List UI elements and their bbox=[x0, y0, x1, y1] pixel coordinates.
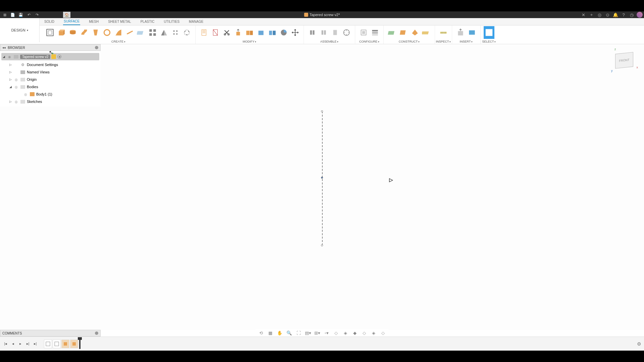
tab-solid[interactable]: SOLID bbox=[44, 18, 55, 25]
ruled-icon[interactable] bbox=[113, 26, 124, 39]
close-tab-icon[interactable]: ✕ bbox=[580, 12, 586, 18]
split-icon[interactable] bbox=[278, 26, 289, 39]
timeline-settings-icon[interactable]: ⚙ bbox=[637, 341, 641, 347]
rigid-group-icon[interactable] bbox=[341, 26, 352, 39]
grid-settings-icon[interactable]: ⊞▾ bbox=[314, 330, 320, 336]
new-tab-icon[interactable]: ＋ bbox=[588, 12, 594, 18]
viewport1-icon[interactable]: ◇ bbox=[333, 330, 339, 336]
loft-icon[interactable] bbox=[90, 26, 101, 39]
boundary-icon[interactable] bbox=[181, 26, 192, 39]
timeline-start-icon[interactable]: |◂ bbox=[2, 341, 9, 347]
viewport6-icon[interactable]: ◇ bbox=[380, 330, 386, 336]
sketch-endpoint-top[interactable] bbox=[321, 110, 323, 112]
assemble-label[interactable]: ASSEMBLE bbox=[320, 40, 338, 43]
viewcube-face[interactable]: FRONT bbox=[615, 52, 633, 69]
construct-point-icon[interactable] bbox=[410, 26, 420, 39]
thicken-icon[interactable] bbox=[170, 26, 181, 39]
help-icon[interactable]: ? bbox=[621, 12, 627, 18]
collapse-icon[interactable] bbox=[95, 46, 98, 49]
viewcube[interactable]: z FRONT y x bbox=[613, 49, 635, 71]
select-label[interactable]: SELECT bbox=[482, 40, 496, 43]
snap-icon[interactable]: ▫▾ bbox=[324, 330, 330, 336]
file-menu-icon[interactable]: 📄 bbox=[9, 12, 16, 18]
timeline-feature-2[interactable] bbox=[53, 340, 61, 348]
construct-midplane-icon[interactable] bbox=[421, 26, 432, 39]
joint-icon[interactable] bbox=[307, 26, 318, 39]
pin-icon[interactable]: ◂◂ bbox=[2, 46, 6, 49]
timeline-end-icon[interactable]: ▸| bbox=[32, 341, 39, 347]
tab-mesh[interactable]: MESH bbox=[88, 18, 99, 25]
tree-named-views[interactable]: ▷ Named Views bbox=[0, 68, 101, 76]
avatar[interactable] bbox=[637, 12, 643, 18]
zoom-icon[interactable]: 🔍 bbox=[286, 330, 292, 336]
tree-bodies[interactable]: ◢ ◎ Bodies bbox=[0, 83, 101, 90]
insert-label[interactable]: INSERT bbox=[460, 40, 473, 43]
save-icon[interactable]: 💾 bbox=[17, 12, 24, 18]
create-label[interactable]: CREATE bbox=[111, 40, 125, 43]
tree-origin[interactable]: ▷ ◎ Origin bbox=[0, 76, 101, 83]
patch-icon[interactable] bbox=[102, 26, 112, 39]
insert-decal-icon[interactable] bbox=[467, 26, 477, 39]
viewport4-icon[interactable]: ◇ bbox=[361, 330, 367, 336]
inspect-label[interactable]: INSPECT bbox=[436, 40, 451, 43]
modify-label[interactable]: MODIFY bbox=[243, 40, 257, 43]
tree-body1[interactable]: ◎ Body1 (1) bbox=[0, 90, 101, 98]
comments-collapse-icon[interactable] bbox=[95, 331, 98, 335]
fit-icon[interactable]: ⛶ bbox=[296, 330, 302, 336]
look-at-icon[interactable]: ▦ bbox=[267, 330, 273, 336]
offset-icon[interactable] bbox=[124, 26, 135, 39]
pattern-icon[interactable] bbox=[147, 26, 158, 39]
tab-plastic[interactable]: PLASTIC bbox=[140, 18, 155, 25]
sketch-midpoint[interactable] bbox=[321, 177, 323, 179]
fillet-icon[interactable] bbox=[210, 26, 221, 39]
revolve-icon[interactable] bbox=[67, 26, 78, 39]
move-icon[interactable] bbox=[290, 26, 301, 39]
timeline-prev-icon[interactable]: ◂ bbox=[10, 341, 16, 347]
construct-label[interactable]: CONSTRUCT bbox=[399, 40, 420, 43]
workspace-switcher[interactable]: DESIGN bbox=[0, 18, 40, 42]
timeline-play-icon[interactable]: ▸ bbox=[17, 341, 24, 347]
tree-sketches[interactable]: ▷ ◎ Sketches bbox=[0, 98, 101, 105]
measure-icon[interactable] bbox=[438, 26, 449, 39]
press-pull-icon[interactable] bbox=[199, 26, 209, 39]
manage-config-icon[interactable] bbox=[370, 26, 380, 39]
configure-label[interactable]: CONFIGURE bbox=[359, 40, 379, 43]
construct-axis-icon[interactable] bbox=[398, 26, 409, 39]
viewport5-icon[interactable]: ◈ bbox=[371, 330, 377, 336]
clock-icon[interactable]: ◷ bbox=[629, 12, 635, 18]
apps-grid-icon[interactable]: ⊞ bbox=[1, 12, 8, 18]
comments-panel[interactable]: COMMENTS bbox=[0, 330, 101, 337]
timeline-feature-1[interactable] bbox=[44, 340, 52, 348]
orbit-icon[interactable]: ⟲ bbox=[258, 330, 264, 336]
viewport3-icon[interactable]: ◆ bbox=[352, 330, 358, 336]
tab-manage[interactable]: MANAGE bbox=[188, 18, 204, 25]
redo-icon[interactable]: ↷ bbox=[34, 12, 40, 18]
timeline-feature-4[interactable] bbox=[70, 340, 78, 348]
unstitch-icon[interactable] bbox=[256, 26, 266, 39]
status-icon[interactable]: ⊙ bbox=[604, 12, 610, 18]
extend-icon[interactable] bbox=[233, 26, 244, 39]
as-built-joint-icon[interactable] bbox=[318, 26, 329, 39]
mirror-icon[interactable] bbox=[159, 26, 169, 39]
timeline-feature-3[interactable] bbox=[61, 340, 69, 348]
configure-icon[interactable] bbox=[358, 26, 369, 39]
stitch-icon[interactable] bbox=[244, 26, 255, 39]
sketch-endpoint-bottom[interactable] bbox=[321, 244, 323, 246]
tab-sheet-metal[interactable]: SHEET METAL bbox=[107, 18, 132, 25]
timeline-playhead[interactable] bbox=[79, 339, 80, 349]
tab-surface[interactable]: SURFACE bbox=[63, 18, 80, 25]
tab-utilities[interactable]: UTILITIES bbox=[163, 18, 180, 25]
extensions-icon[interactable]: ◎ bbox=[596, 12, 602, 18]
display-settings-icon[interactable]: ▤▾ bbox=[305, 330, 311, 336]
tree-root[interactable]: ◢ ◉ Tapered screw v2 bbox=[1, 53, 99, 60]
extrude-icon[interactable] bbox=[56, 26, 67, 39]
viewport2-icon[interactable]: ◈ bbox=[342, 330, 348, 336]
insert-derive-icon[interactable] bbox=[455, 26, 466, 39]
pan-icon[interactable]: ✋ bbox=[277, 330, 283, 336]
notifications-icon[interactable]: 🔔 bbox=[612, 12, 619, 18]
browser-header[interactable]: ◂◂ BROWSER bbox=[0, 44, 101, 51]
active-component-icon[interactable] bbox=[57, 55, 61, 59]
undo-icon[interactable]: ↶ bbox=[25, 12, 32, 18]
sweep-icon[interactable] bbox=[79, 26, 90, 39]
create-sketch-icon[interactable] bbox=[45, 26, 55, 39]
